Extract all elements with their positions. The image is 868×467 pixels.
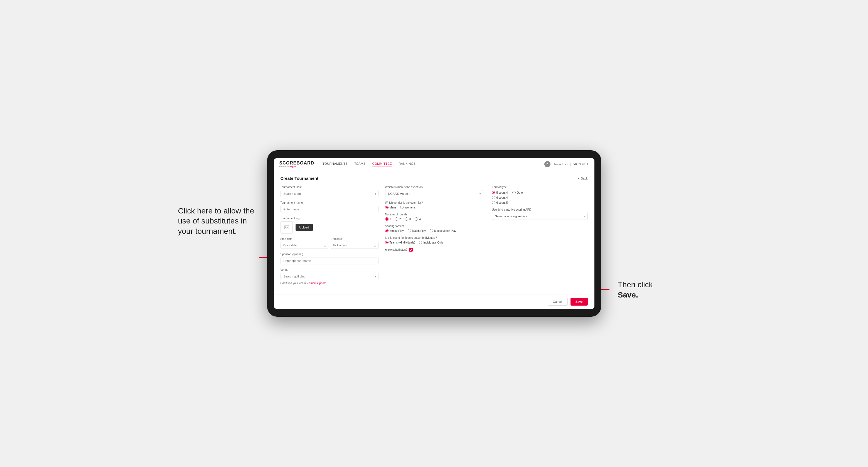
scoring-label: Scoring system — [385, 225, 483, 228]
rounds-3-radio[interactable] — [405, 217, 408, 221]
scoring-api-group: Use third-party live scoring API? Select… — [492, 208, 588, 220]
division-select[interactable]: NCAA Division I — [385, 190, 483, 197]
tournament-logo-group: Tournament logo Upload — [281, 217, 378, 234]
gender-womens[interactable]: Womens — [400, 206, 415, 209]
event-individuals-radio[interactable] — [419, 241, 422, 244]
rounds-2[interactable]: 2 — [395, 217, 401, 221]
start-date-group: Start date — [281, 238, 328, 249]
format-6count4-radio[interactable] — [492, 196, 495, 199]
venue-hint: Can't find your venue? email support — [281, 282, 378, 285]
back-link[interactable]: < Back — [578, 177, 588, 180]
format-6count4[interactable]: 6 count 4 — [492, 196, 508, 199]
start-date-label: Start date — [281, 238, 328, 241]
nav-username: blair admin — [553, 162, 568, 166]
event-teams[interactable]: Teams (+Individuals) — [385, 241, 415, 244]
division-group: Which division is the event for? NCAA Di… — [385, 186, 483, 197]
format-row-3: 6 count 5 — [492, 201, 588, 204]
form-col-2: Which division is the event for? NCAA Di… — [385, 186, 483, 289]
event-type-group: Is this event for Teams and/or Individua… — [385, 236, 483, 244]
format-group: Format type 5 count 4 Other — [492, 186, 588, 204]
form-col-1: Tournament Host Tournament name Tourname… — [281, 186, 378, 289]
venue-label: Venue — [281, 268, 378, 271]
substitutes-checkbox-item[interactable]: Allow substitutes? — [385, 248, 483, 252]
scoring-api-select[interactable]: Select a scoring service — [492, 213, 588, 220]
rounds-2-radio[interactable] — [395, 217, 398, 221]
gender-mens-radio[interactable] — [385, 206, 389, 209]
gender-label: Which gender is the event for? — [385, 201, 483, 204]
nav-separator: | — [570, 162, 570, 166]
tournament-name-label: Tournament name — [281, 201, 378, 204]
tournament-host-label: Tournament Host — [281, 186, 378, 189]
scoring-radio-group: Stroke Play Match Play Medal Match Play — [385, 229, 483, 232]
scoring-api-select-wrapper: Select a scoring service — [492, 213, 588, 220]
tournament-name-input[interactable] — [281, 206, 378, 213]
start-date-input[interactable] — [281, 242, 328, 249]
division-select-wrapper: NCAA Division I — [385, 190, 483, 197]
date-row: Start date End date — [281, 238, 378, 249]
tournament-name-group: Tournament name — [281, 201, 378, 213]
event-individuals[interactable]: Individuals Only — [419, 241, 443, 244]
page-title: Create Tournament — [281, 176, 318, 181]
logo-powered: Powered by clippd — [279, 165, 314, 167]
rounds-radio-group: 1 2 3 — [385, 217, 483, 221]
save-button[interactable]: Save — [570, 298, 588, 306]
rounds-4[interactable]: 4 — [415, 217, 421, 221]
nav-committee[interactable]: COMMITTEE — [372, 162, 392, 166]
rounds-1[interactable]: 1 — [385, 217, 391, 221]
nav-links: TOURNAMENTS TEAMS COMMITTEE RANKINGS — [322, 162, 544, 166]
annotation-right-text: Then click Save. — [618, 280, 679, 300]
start-date-wrap — [281, 242, 328, 249]
form-col-3: Format type 5 count 4 Other — [490, 186, 588, 289]
event-teams-radio[interactable] — [385, 241, 389, 244]
email-support-link[interactable]: email support — [309, 282, 326, 285]
division-label: Which division is the event for? — [385, 186, 483, 189]
format-other[interactable]: Other — [512, 191, 524, 194]
rounds-1-radio[interactable] — [385, 217, 389, 221]
rounds-group: Number of rounds 1 2 — [385, 213, 483, 221]
scoring-group: Scoring system Stroke Play Match Play — [385, 225, 483, 232]
end-date-input[interactable] — [331, 242, 378, 249]
rounds-4-radio[interactable] — [415, 217, 418, 221]
rounds-3[interactable]: 3 — [405, 217, 411, 221]
gender-womens-radio[interactable] — [400, 206, 404, 209]
nav-tournaments[interactable]: TOURNAMENTS — [322, 162, 348, 166]
scoring-stroke[interactable]: Stroke Play — [385, 229, 404, 232]
format-5count4[interactable]: 5 count 4 — [492, 191, 508, 194]
scoring-stroke-radio[interactable] — [385, 229, 389, 232]
sponsor-input[interactable] — [281, 257, 378, 264]
scoring-api-label: Use third-party live scoring API? — [492, 208, 588, 211]
end-date-label: End date — [331, 238, 378, 241]
tournament-logo-label: Tournament logo — [281, 217, 378, 220]
logo-area: SCOREBOARD Powered by clippd — [279, 161, 314, 167]
venue-input[interactable] — [281, 273, 378, 280]
substitutes-group: Allow substitutes? — [385, 248, 483, 252]
logo-placeholder — [281, 221, 293, 234]
format-6count5[interactable]: 6 count 5 — [492, 201, 508, 204]
scoring-match-radio[interactable] — [408, 229, 411, 232]
form-grid: Tournament Host Tournament name Tourname… — [281, 186, 588, 289]
format-6count5-radio[interactable] — [492, 201, 495, 204]
tablet-screen: SCOREBOARD Powered by clippd TOURNAMENTS… — [274, 158, 594, 309]
nav-rankings[interactable]: RANKINGS — [399, 162, 415, 166]
scoring-match[interactable]: Match Play — [408, 229, 426, 232]
format-label: Format type — [492, 186, 588, 189]
sign-out-link[interactable]: Sign out — [573, 162, 589, 166]
cancel-button[interactable]: Cancel — [548, 298, 568, 306]
substitutes-checkbox[interactable] — [409, 248, 413, 252]
svg-rect-2 — [284, 226, 289, 229]
logo-scoreboard: SCOREBOARD — [279, 161, 314, 165]
nav-teams[interactable]: TEAMS — [354, 162, 365, 166]
venue-group: Venue Can't find your venue? email suppo… — [281, 268, 378, 285]
format-other-radio[interactable] — [512, 191, 516, 194]
gender-mens[interactable]: Mens — [385, 206, 396, 209]
event-type-label: Is this event for Teams and/or Individua… — [385, 236, 483, 239]
tournament-host-input[interactable] — [281, 190, 378, 197]
upload-button[interactable]: Upload — [296, 224, 313, 231]
sponsor-label: Sponsor (optional) — [281, 253, 378, 256]
logo-upload-area: Upload — [281, 221, 378, 234]
format-5count4-radio[interactable] — [492, 191, 495, 194]
main-content: Create Tournament < Back Tournament Host — [274, 170, 594, 294]
scoring-medal-radio[interactable] — [430, 229, 433, 232]
scoring-medal[interactable]: Medal Match Play — [430, 229, 456, 232]
tournament-host-group: Tournament Host — [281, 186, 378, 197]
